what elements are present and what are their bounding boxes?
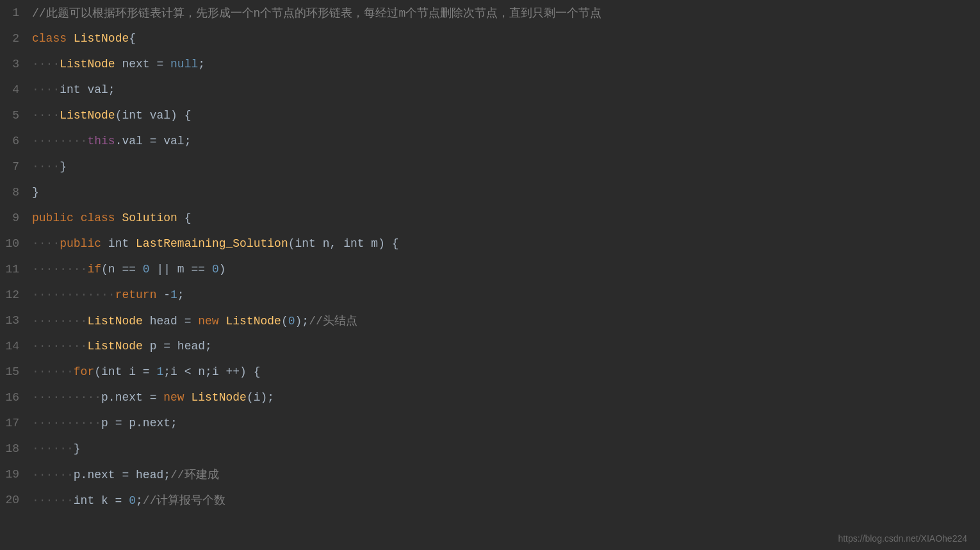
token-plain: ; — [136, 494, 143, 507]
token-plain: head = — [143, 315, 198, 328]
code-line: 13········ListNode head = new ListNode(0… — [0, 308, 980, 333]
code-line: 4····int val; — [0, 77, 980, 103]
line-content: ········if(n == 0 || m == 0) — [32, 263, 226, 276]
token-plain: p = p.next; — [101, 417, 177, 429]
code-line: 6········this.val = val; — [0, 128, 980, 154]
line-number: 18 — [0, 442, 32, 455]
token-plain: - — [156, 288, 170, 301]
line-content: ······} — [32, 442, 87, 455]
code-line: 15······for(int i = 1;i < n;i ++) { — [0, 359, 980, 385]
token-plain: n, — [316, 237, 343, 250]
token-dot-spaces: ···· — [32, 83, 60, 96]
token-plain: ( — [281, 315, 288, 328]
token-plain: ( — [288, 237, 295, 250]
line-number: 19 — [0, 468, 32, 481]
line-number: 2 — [0, 32, 32, 45]
line-content: ········ListNode p = head; — [32, 340, 212, 353]
token-plain: ; — [198, 58, 205, 71]
token-plain: next = — [115, 58, 170, 71]
code-line: 8} — [0, 179, 980, 205]
token-plain — [129, 237, 136, 250]
token-kw-class: class — [32, 32, 67, 45]
token-kw-int: int — [60, 83, 80, 96]
token-plain: val; — [81, 83, 115, 96]
token-dot-spaces: ······ — [32, 365, 74, 378]
token-dot-spaces: ············ — [32, 288, 115, 301]
token-number: 0 — [288, 315, 295, 328]
token-plain — [67, 32, 74, 45]
token-plain: ( — [94, 365, 101, 378]
token-kw-new: new — [163, 391, 184, 404]
token-plain: i = — [122, 365, 156, 378]
line-content: ······int k = 0;//计算报号个数 — [32, 492, 225, 508]
code-editor: 1//此题可以根据环形链表计算，先形成一个n个节点的环形链表，每经过m个节点删除… — [0, 0, 980, 550]
token-kw-int: int — [108, 237, 129, 250]
token-dot-spaces: ···· — [32, 237, 60, 250]
line-content: ····int val; — [32, 83, 115, 96]
line-content: ····ListNode(int val) { — [32, 109, 191, 122]
line-number: 8 — [0, 186, 32, 199]
token-method-name: LastRemaining_Solution — [136, 237, 288, 250]
line-number: 7 — [0, 160, 32, 173]
token-type-name: ListNode — [87, 340, 142, 353]
token-plain: ) — [219, 263, 226, 276]
token-kw-for: for — [74, 365, 94, 378]
token-plain: ( — [115, 109, 122, 122]
token-kw-int: int — [343, 237, 364, 250]
token-kw-this: this — [87, 135, 115, 147]
token-kw-public: public — [60, 237, 101, 250]
code-line: 18······} — [0, 436, 980, 462]
token-plain: } — [32, 186, 39, 199]
token-dot-spaces: ········ — [32, 340, 87, 353]
line-content: public class Solution { — [32, 212, 191, 224]
watermark-text: https://blog.csdn.net/XIAOhe224 — [838, 533, 967, 544]
token-number: 0 — [212, 263, 219, 276]
token-number: 1 — [156, 365, 163, 378]
token-kw-int: int — [74, 494, 94, 507]
token-plain: p = head; — [143, 340, 212, 353]
token-type-name: ListNode — [87, 315, 142, 328]
token-type-name: ListNode — [60, 109, 115, 122]
line-content: //此题可以根据环形链表计算，先形成一个n个节点的环形链表，每经过m个节点删除次… — [32, 5, 601, 21]
token-plain: (n == — [101, 263, 143, 276]
token-dot-spaces: ······ — [32, 494, 74, 507]
line-number: 3 — [0, 58, 32, 71]
code-line: 3····ListNode next = null; — [0, 51, 980, 77]
line-content: ··········p.next = new ListNode(i); — [32, 391, 274, 404]
code-line: 9public class Solution { — [0, 205, 980, 231]
line-content: ····ListNode next = null; — [32, 58, 205, 71]
token-dot-spaces: ······ — [32, 442, 74, 455]
token-plain: k = — [94, 494, 129, 507]
line-number: 12 — [0, 288, 32, 301]
line-number: 5 — [0, 109, 32, 122]
line-content: ··········p = p.next; — [32, 417, 177, 429]
token-plain — [101, 237, 108, 250]
token-dot-spaces: ·········· — [32, 391, 101, 404]
token-plain: } — [60, 160, 67, 173]
token-kw-public: public — [32, 212, 74, 224]
line-content: ······p.next = head;//环建成 — [32, 467, 219, 482]
token-kw-if: if — [87, 263, 101, 276]
token-kw-new: new — [198, 315, 218, 328]
token-kw-return: return — [115, 288, 157, 301]
line-content: ············return -1; — [32, 288, 184, 301]
token-kw-int: int — [295, 237, 316, 250]
token-comment: //计算报号个数 — [143, 494, 226, 507]
token-kw-int: int — [101, 365, 122, 378]
code-line: 17··········p = p.next; — [0, 410, 980, 436]
token-comment: //头结点 — [309, 315, 357, 328]
line-number: 11 — [0, 263, 32, 276]
code-line: 5····ListNode(int val) { — [0, 103, 980, 128]
token-plain — [184, 391, 192, 404]
line-content: ········this.val = val; — [32, 135, 191, 147]
line-number: 6 — [0, 135, 32, 147]
line-number: 15 — [0, 365, 32, 378]
line-content: ····public int LastRemaining_Solution(in… — [32, 237, 399, 250]
code-line: 2class ListNode{ — [0, 26, 980, 51]
line-content: class ListNode{ — [32, 32, 136, 45]
token-plain: ); — [295, 315, 309, 328]
token-type-name: ListNode — [60, 58, 115, 71]
token-comment: //此题可以根据环形链表计算，先形成一个n个节点的环形链表，每经过m个节点删除次… — [32, 7, 601, 20]
token-plain: (i); — [247, 391, 274, 404]
line-content: ········ListNode head = new ListNode(0);… — [32, 313, 357, 328]
